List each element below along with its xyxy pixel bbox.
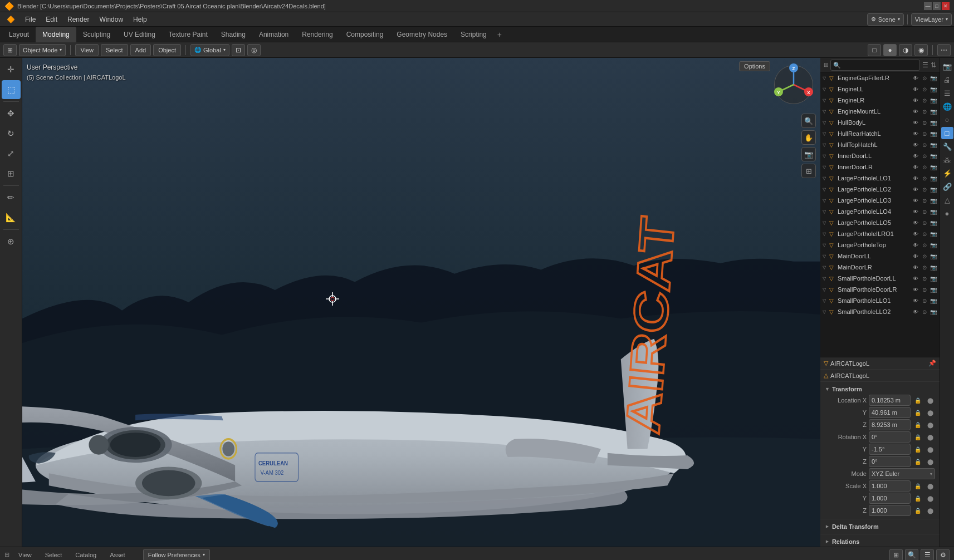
tab-animation[interactable]: Animation xyxy=(252,27,295,42)
bottom-tab-asset[interactable]: Asset xyxy=(105,551,130,559)
visibility-icon[interactable]: 👁 xyxy=(912,185,919,193)
render-icon[interactable]: 📷 xyxy=(929,152,937,160)
scale-tool[interactable]: ⤢ xyxy=(2,144,21,163)
render-icon[interactable]: 📷 xyxy=(929,297,937,304)
visibility-icon[interactable]: 👁 xyxy=(912,107,919,115)
outliner-item[interactable]: ▽ ▽ LargePortholeTop 👁 ⊙ 📷 xyxy=(820,239,940,250)
visibility-icon[interactable]: 👁 xyxy=(912,85,919,93)
render-icon[interactable]: 📷 xyxy=(929,241,937,249)
viewport-icon[interactable]: ⊙ xyxy=(921,107,928,115)
rotation-x-anim[interactable]: ⬤ xyxy=(925,432,935,442)
viewport-icon[interactable]: ⊙ xyxy=(921,297,928,304)
outliner-item[interactable]: ▽ ▽ SmallPortholeLLO1 👁 ⊙ 📷 xyxy=(820,295,940,306)
rotation-y-field[interactable]: -1.5° xyxy=(869,444,911,455)
viewport-icon[interactable]: ⊙ xyxy=(921,274,928,282)
scale-z-lock[interactable]: 🔒 xyxy=(913,505,923,515)
props-view-layer-icon[interactable]: ☰ xyxy=(941,87,953,99)
visibility-icon[interactable]: 👁 xyxy=(912,219,919,227)
render-icon[interactable]: 📷 xyxy=(929,252,937,260)
outliner-item[interactable]: ▽ ▽ MainDoorLL 👁 ⊙ 📷 xyxy=(820,250,940,262)
outliner-item[interactable]: ▽ ▽ LargePortholeLLO4 👁 ⊙ 📷 xyxy=(820,206,940,217)
location-y-field[interactable]: 40.961 m xyxy=(869,407,911,418)
props-world-icon[interactable]: ○ xyxy=(941,114,953,126)
menu-edit[interactable]: Edit xyxy=(41,14,62,24)
outliner-search[interactable] xyxy=(830,60,920,71)
render-icon[interactable]: 📷 xyxy=(929,208,937,215)
menu-window[interactable]: Window xyxy=(95,14,128,24)
render-icon[interactable]: 📷 xyxy=(929,197,937,204)
location-y-lock[interactable]: 🔒 xyxy=(913,407,923,417)
viewport-icon[interactable]: ⊙ xyxy=(921,241,928,249)
viewport-icon[interactable]: ⊙ xyxy=(921,308,928,316)
bottom-settings-btn[interactable]: ⚙ xyxy=(936,549,950,561)
scale-y-field[interactable]: 1.000 xyxy=(869,493,911,504)
bottom-tab-select[interactable]: Select xyxy=(41,551,67,559)
viewport-icon[interactable]: ⊙ xyxy=(921,141,928,149)
rotation-z-lock[interactable]: 🔒 xyxy=(913,456,923,466)
zoom-tool[interactable]: 🔍 xyxy=(801,114,816,128)
window-controls[interactable]: — □ ✕ xyxy=(924,2,950,10)
scale-z-field[interactable]: 1.000 xyxy=(869,505,911,516)
outliner-item[interactable]: ▽ ▽ LargePortholeLLO1 👁 ⊙ 📷 xyxy=(820,173,940,184)
camera-tool[interactable]: 📷 xyxy=(801,147,816,161)
visibility-icon[interactable]: 👁 xyxy=(912,141,919,149)
outliner-item[interactable]: ▽ ▽ EngineLR 👁 ⊙ 📷 xyxy=(820,95,940,106)
proportional-btn[interactable]: ◎ xyxy=(247,44,261,56)
viewport-icon[interactable]: ⊙ xyxy=(921,286,928,293)
select-btn[interactable]: Select xyxy=(101,44,128,56)
scale-y-lock[interactable]: 🔒 xyxy=(913,493,923,503)
scale-z-anim[interactable]: ⬤ xyxy=(925,505,935,515)
props-material-icon[interactable]: ● xyxy=(941,207,953,219)
render-icon[interactable]: 📷 xyxy=(929,263,937,271)
tab-shading[interactable]: Shading xyxy=(214,27,252,42)
render-icon[interactable]: 📷 xyxy=(929,274,937,282)
menu-help[interactable]: Help xyxy=(129,14,151,24)
render-icon[interactable]: 📷 xyxy=(929,286,937,293)
pin-btn[interactable]: 📌 xyxy=(928,360,936,367)
view-btn[interactable]: View xyxy=(75,44,99,56)
navigation-gizmo[interactable]: Z X Y xyxy=(771,62,816,107)
rotation-z-anim[interactable]: ⬤ xyxy=(925,456,935,466)
viewport-icon[interactable]: ⊙ xyxy=(921,185,928,193)
visibility-icon[interactable]: 👁 xyxy=(912,208,919,215)
grid-tool[interactable]: ⊞ xyxy=(801,164,816,178)
rotate-tool[interactable]: ↻ xyxy=(2,124,21,143)
pan-tool[interactable]: ✋ xyxy=(801,130,816,145)
viewport-shading-solid[interactable]: ● xyxy=(883,44,897,56)
viewport-icon[interactable]: ⊙ xyxy=(921,197,928,204)
maximize-btn[interactable]: □ xyxy=(933,2,941,10)
tab-sculpting[interactable]: Sculpting xyxy=(76,27,117,42)
visibility-icon[interactable]: 👁 xyxy=(912,241,919,249)
viewport-shading-material[interactable]: ◑ xyxy=(899,44,912,56)
props-output-icon[interactable]: 🖨 xyxy=(941,73,953,86)
visibility-icon[interactable]: 👁 xyxy=(912,297,919,304)
outliner-item[interactable]: ▽ ▽ HullBodyL 👁 ⊙ 📷 xyxy=(820,117,940,128)
render-icon[interactable]: 📷 xyxy=(929,130,937,137)
outliner-item[interactable]: ▽ ▽ EngineLL 👁 ⊙ 📷 xyxy=(820,83,940,95)
cursor-tool[interactable]: ✛ xyxy=(2,60,21,79)
3d-viewport[interactable]: AIRCAT CERULEAN V-AM 302 xyxy=(22,58,820,547)
outliner-item[interactable]: ▽ ▽ HullTopHatchL 👁 ⊙ 📷 xyxy=(820,139,940,150)
add-workspace-btn[interactable]: + xyxy=(493,28,506,41)
scene-selector[interactable]: ⚙ Scene ▾ xyxy=(867,13,904,26)
render-icon[interactable]: 📷 xyxy=(929,119,937,126)
close-btn[interactable]: ✕ xyxy=(942,2,950,10)
outliner-item[interactable]: ▽ ▽ LargePortholeLLO3 👁 ⊙ 📷 xyxy=(820,195,940,206)
outliner-item[interactable]: ▽ ▽ EngineGapFillerLR 👁 ⊙ 📷 xyxy=(820,72,940,83)
location-x-anim[interactable]: ⬤ xyxy=(925,395,935,405)
viewport-icon[interactable]: ⊙ xyxy=(921,230,928,238)
visibility-icon[interactable]: 👁 xyxy=(912,152,919,160)
viewport-icon[interactable]: ⊙ xyxy=(921,74,928,82)
viewport-icon[interactable]: ⊙ xyxy=(921,263,928,271)
props-data-icon[interactable]: △ xyxy=(941,194,953,206)
viewport-icon[interactable]: ⊙ xyxy=(921,208,928,215)
props-particles-icon[interactable]: ⁂ xyxy=(941,154,953,166)
outliner-sort-btn[interactable]: ⇅ xyxy=(931,61,936,69)
visibility-icon[interactable]: 👁 xyxy=(912,308,919,316)
tab-scripting[interactable]: Scripting xyxy=(454,27,493,42)
props-scene-icon[interactable]: 🌐 xyxy=(941,100,953,112)
bottom-tab-catalog[interactable]: Catalog xyxy=(71,551,101,559)
visibility-icon[interactable]: 👁 xyxy=(912,286,919,293)
minimize-btn[interactable]: — xyxy=(924,2,932,10)
menu-file[interactable]: File xyxy=(21,14,40,24)
